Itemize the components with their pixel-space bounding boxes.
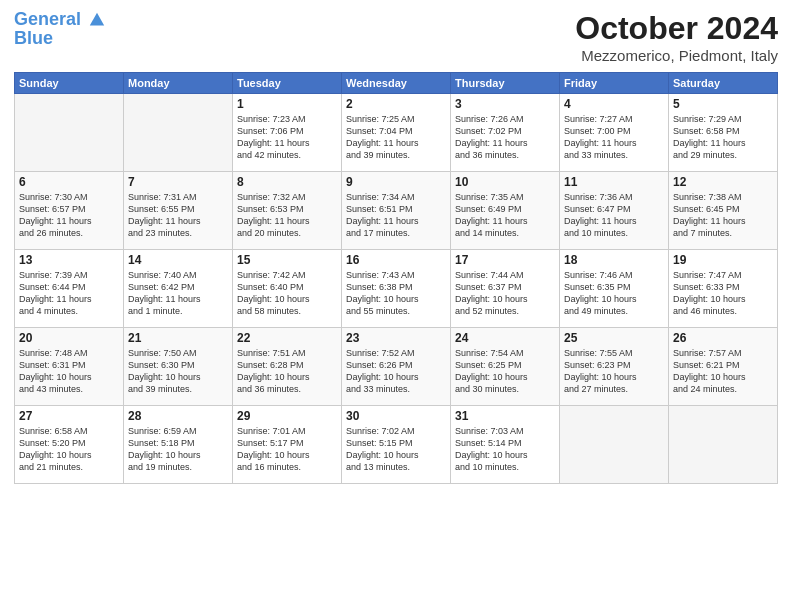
day-info: Sunrise: 7:42 AMSunset: 6:40 PMDaylight:…	[237, 269, 337, 318]
day-number: 23	[346, 331, 446, 345]
day-cell: 10Sunrise: 7:35 AMSunset: 6:49 PMDayligh…	[451, 172, 560, 250]
week-row-5: 27Sunrise: 6:58 AMSunset: 5:20 PMDayligh…	[15, 406, 778, 484]
day-cell: 31Sunrise: 7:03 AMSunset: 5:14 PMDayligh…	[451, 406, 560, 484]
day-number: 6	[19, 175, 119, 189]
day-number: 3	[455, 97, 555, 111]
day-number: 31	[455, 409, 555, 423]
day-info: Sunrise: 7:36 AMSunset: 6:47 PMDaylight:…	[564, 191, 664, 240]
location: Mezzomerico, Piedmont, Italy	[575, 47, 778, 64]
day-cell: 25Sunrise: 7:55 AMSunset: 6:23 PMDayligh…	[560, 328, 669, 406]
day-number: 20	[19, 331, 119, 345]
logo-line1: General	[14, 9, 81, 29]
day-info: Sunrise: 7:50 AMSunset: 6:30 PMDaylight:…	[128, 347, 228, 396]
week-row-4: 20Sunrise: 7:48 AMSunset: 6:31 PMDayligh…	[15, 328, 778, 406]
day-number: 15	[237, 253, 337, 267]
day-number: 18	[564, 253, 664, 267]
day-info: Sunrise: 7:35 AMSunset: 6:49 PMDaylight:…	[455, 191, 555, 240]
day-cell	[124, 94, 233, 172]
week-row-1: 1Sunrise: 7:23 AMSunset: 7:06 PMDaylight…	[15, 94, 778, 172]
day-number: 17	[455, 253, 555, 267]
day-number: 13	[19, 253, 119, 267]
day-number: 28	[128, 409, 228, 423]
week-row-2: 6Sunrise: 7:30 AMSunset: 6:57 PMDaylight…	[15, 172, 778, 250]
day-info: Sunrise: 7:39 AMSunset: 6:44 PMDaylight:…	[19, 269, 119, 318]
day-info: Sunrise: 7:25 AMSunset: 7:04 PMDaylight:…	[346, 113, 446, 162]
day-cell: 1Sunrise: 7:23 AMSunset: 7:06 PMDaylight…	[233, 94, 342, 172]
header-friday: Friday	[560, 73, 669, 94]
day-number: 11	[564, 175, 664, 189]
day-info: Sunrise: 7:02 AMSunset: 5:15 PMDaylight:…	[346, 425, 446, 474]
logo-text: General	[14, 10, 106, 30]
header-wednesday: Wednesday	[342, 73, 451, 94]
day-number: 16	[346, 253, 446, 267]
day-info: Sunrise: 7:29 AMSunset: 6:58 PMDaylight:…	[673, 113, 773, 162]
day-number: 24	[455, 331, 555, 345]
day-cell: 19Sunrise: 7:47 AMSunset: 6:33 PMDayligh…	[669, 250, 778, 328]
day-cell	[560, 406, 669, 484]
day-info: Sunrise: 7:48 AMSunset: 6:31 PMDaylight:…	[19, 347, 119, 396]
logo-icon	[88, 11, 106, 29]
day-number: 8	[237, 175, 337, 189]
header-saturday: Saturday	[669, 73, 778, 94]
day-cell: 12Sunrise: 7:38 AMSunset: 6:45 PMDayligh…	[669, 172, 778, 250]
day-cell: 26Sunrise: 7:57 AMSunset: 6:21 PMDayligh…	[669, 328, 778, 406]
day-number: 9	[346, 175, 446, 189]
day-info: Sunrise: 7:40 AMSunset: 6:42 PMDaylight:…	[128, 269, 228, 318]
day-info: Sunrise: 7:31 AMSunset: 6:55 PMDaylight:…	[128, 191, 228, 240]
day-cell: 8Sunrise: 7:32 AMSunset: 6:53 PMDaylight…	[233, 172, 342, 250]
header-tuesday: Tuesday	[233, 73, 342, 94]
day-number: 25	[564, 331, 664, 345]
day-number: 30	[346, 409, 446, 423]
day-cell: 20Sunrise: 7:48 AMSunset: 6:31 PMDayligh…	[15, 328, 124, 406]
day-info: Sunrise: 7:03 AMSunset: 5:14 PMDaylight:…	[455, 425, 555, 474]
day-number: 4	[564, 97, 664, 111]
day-number: 5	[673, 97, 773, 111]
day-cell: 28Sunrise: 6:59 AMSunset: 5:18 PMDayligh…	[124, 406, 233, 484]
day-number: 1	[237, 97, 337, 111]
day-number: 21	[128, 331, 228, 345]
day-info: Sunrise: 7:47 AMSunset: 6:33 PMDaylight:…	[673, 269, 773, 318]
day-cell: 2Sunrise: 7:25 AMSunset: 7:04 PMDaylight…	[342, 94, 451, 172]
day-info: Sunrise: 7:43 AMSunset: 6:38 PMDaylight:…	[346, 269, 446, 318]
calendar-table: SundayMondayTuesdayWednesdayThursdayFrid…	[14, 72, 778, 484]
svg-marker-0	[90, 13, 104, 26]
day-cell: 18Sunrise: 7:46 AMSunset: 6:35 PMDayligh…	[560, 250, 669, 328]
day-cell: 13Sunrise: 7:39 AMSunset: 6:44 PMDayligh…	[15, 250, 124, 328]
day-info: Sunrise: 7:23 AMSunset: 7:06 PMDaylight:…	[237, 113, 337, 162]
day-cell: 30Sunrise: 7:02 AMSunset: 5:15 PMDayligh…	[342, 406, 451, 484]
day-info: Sunrise: 7:30 AMSunset: 6:57 PMDaylight:…	[19, 191, 119, 240]
day-info: Sunrise: 7:51 AMSunset: 6:28 PMDaylight:…	[237, 347, 337, 396]
month-title: October 2024	[575, 10, 778, 47]
day-cell: 23Sunrise: 7:52 AMSunset: 6:26 PMDayligh…	[342, 328, 451, 406]
day-info: Sunrise: 6:58 AMSunset: 5:20 PMDaylight:…	[19, 425, 119, 474]
day-cell: 4Sunrise: 7:27 AMSunset: 7:00 PMDaylight…	[560, 94, 669, 172]
day-info: Sunrise: 6:59 AMSunset: 5:18 PMDaylight:…	[128, 425, 228, 474]
day-number: 22	[237, 331, 337, 345]
day-number: 2	[346, 97, 446, 111]
day-cell: 21Sunrise: 7:50 AMSunset: 6:30 PMDayligh…	[124, 328, 233, 406]
day-info: Sunrise: 7:52 AMSunset: 6:26 PMDaylight:…	[346, 347, 446, 396]
logo-line2: Blue	[14, 28, 106, 49]
day-cell: 16Sunrise: 7:43 AMSunset: 6:38 PMDayligh…	[342, 250, 451, 328]
day-cell: 22Sunrise: 7:51 AMSunset: 6:28 PMDayligh…	[233, 328, 342, 406]
title-block: October 2024 Mezzomerico, Piedmont, Ital…	[575, 10, 778, 64]
page: General Blue October 2024 Mezzomerico, P…	[0, 0, 792, 612]
day-cell: 9Sunrise: 7:34 AMSunset: 6:51 PMDaylight…	[342, 172, 451, 250]
header-row: SundayMondayTuesdayWednesdayThursdayFrid…	[15, 73, 778, 94]
day-cell: 7Sunrise: 7:31 AMSunset: 6:55 PMDaylight…	[124, 172, 233, 250]
day-info: Sunrise: 7:54 AMSunset: 6:25 PMDaylight:…	[455, 347, 555, 396]
day-number: 19	[673, 253, 773, 267]
day-cell: 3Sunrise: 7:26 AMSunset: 7:02 PMDaylight…	[451, 94, 560, 172]
day-info: Sunrise: 7:01 AMSunset: 5:17 PMDaylight:…	[237, 425, 337, 474]
day-cell: 29Sunrise: 7:01 AMSunset: 5:17 PMDayligh…	[233, 406, 342, 484]
day-info: Sunrise: 7:44 AMSunset: 6:37 PMDaylight:…	[455, 269, 555, 318]
day-cell	[15, 94, 124, 172]
day-number: 10	[455, 175, 555, 189]
day-number: 12	[673, 175, 773, 189]
day-cell: 11Sunrise: 7:36 AMSunset: 6:47 PMDayligh…	[560, 172, 669, 250]
day-number: 14	[128, 253, 228, 267]
header-sunday: Sunday	[15, 73, 124, 94]
day-number: 7	[128, 175, 228, 189]
day-cell: 5Sunrise: 7:29 AMSunset: 6:58 PMDaylight…	[669, 94, 778, 172]
day-info: Sunrise: 7:38 AMSunset: 6:45 PMDaylight:…	[673, 191, 773, 240]
